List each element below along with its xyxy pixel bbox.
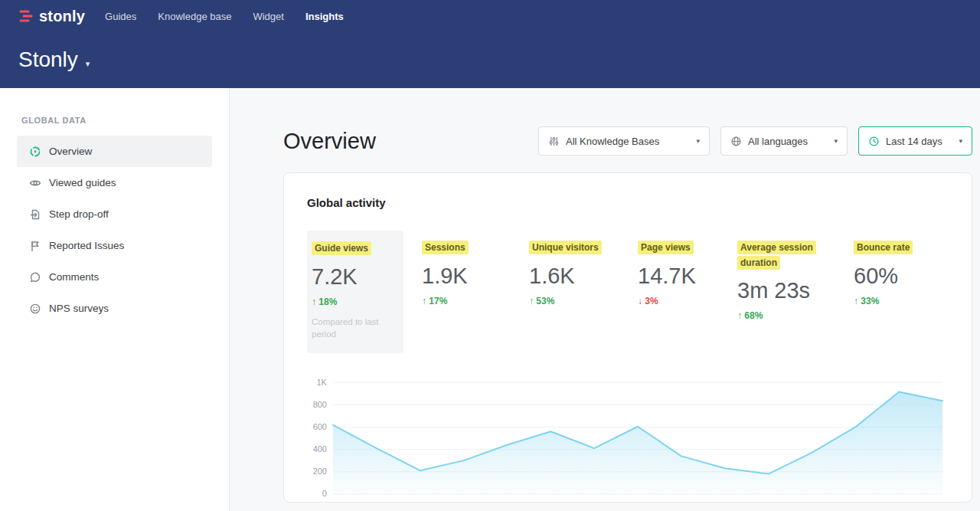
sidebar-item-label: Step drop-off [49,208,109,220]
main-nav: Guides Knowledge base Widget Insights [105,8,344,25]
metric-label: Guide views [312,241,371,255]
logo-text: stonly [39,8,85,25]
flag-icon [29,240,41,252]
page-title: Overview [283,129,376,154]
sidebar-item-viewed-guides[interactable]: Viewed guides [17,167,212,198]
chevron-down-icon: ▾ [959,137,962,145]
eye-icon [29,177,41,189]
metric-page-views[interactable]: Page views 14.7K ↓ 3% [638,231,719,306]
arrow-up-icon: ↑ [312,296,316,307]
main-content: Overview [230,88,980,511]
arrow-up-icon: ↑ [529,296,534,306]
svg-text:400: 400 [313,444,327,454]
nav-item-knowledge-base[interactable]: Knowledge base [158,8,231,25]
metric-label: Bounce rate [854,241,913,254]
metric-delta: ↑ 17% [422,296,511,306]
sidebar-item-nps-surveys[interactable]: NPS surveys [17,293,212,324]
filter-label: All languages [748,136,808,147]
sidebar-item-label: Reported Issues [49,240,124,251]
filter-knowledge-bases[interactable]: All Knowledge Bases ▾ [538,126,710,156]
metric-label: Sessions [422,241,469,254]
workspace-title: Stonly [18,47,78,72]
metric-delta: ↓ 3% [638,296,719,306]
sidebar: GLOBAL DATA Overview Viewed guides [0,88,230,511]
metric-value: 3m 23s [737,278,835,303]
chevron-down-icon: ▾ [696,137,700,145]
metric-delta: ↑ 53% [529,296,619,306]
metric-label: Average session duration [737,241,816,270]
stonly-logo[interactable]: stonly [18,8,85,25]
comment-icon [29,271,41,283]
sliders-icon [548,136,560,147]
metric-delta: ↑ 18% [312,296,396,307]
metric-bounce-rate[interactable]: Bounce rate 60% ↑ 33% [854,231,927,306]
globe-icon [730,136,742,147]
filter-label: All Knowledge Bases [566,136,659,147]
stonly-logo-icon [18,8,34,24]
sidebar-item-label: Viewed guides [49,177,116,188]
step-dropoff-icon [29,208,41,221]
filter-date-range[interactable]: Last 14 days ▾ [858,126,972,156]
sidebar-item-label: Overview [49,146,92,157]
svg-text:0: 0 [322,489,327,498]
sidebar-item-label: Comments [49,271,99,283]
main-header: Overview [283,126,972,156]
card-title: Global activity [307,196,949,209]
metric-unique-visitors[interactable]: Unique visitors 1.6K ↑ 53% [529,231,619,306]
sidebar-item-reported-issues[interactable]: Reported Issues [17,230,212,261]
metric-value: 60% [854,264,927,289]
sidebar-item-overview[interactable]: Overview [17,136,212,167]
filters: All Knowledge Bases ▾ All languages [538,126,972,156]
nav-item-guides[interactable]: Guides [105,8,136,25]
clock-icon [868,136,880,147]
sidebar-item-label: NPS surveys [49,303,109,314]
metrics-row: Guide views 7.2K ↑ 18% Compared to last … [307,231,949,353]
svg-text:200: 200 [313,467,327,476]
metric-guide-views[interactable]: Guide views 7.2K ↑ 18% Compared to last … [307,231,403,353]
arrow-down-icon: ↓ [638,296,642,306]
svg-text:1K: 1K [317,378,328,387]
filter-languages[interactable]: All languages ▾ [720,126,848,156]
smiley-icon [29,303,41,315]
top-header: stonly Guides Knowledge base Widget Insi… [0,0,980,88]
top-nav: stonly Guides Knowledge base Widget Insi… [0,0,980,28]
arrow-up-icon: ↑ [422,296,426,306]
global-activity-card: Global activity Guide views 7.2K ↑ 18% C… [283,172,972,503]
filter-label: Last 14 days [886,136,942,147]
chevron-down-icon: ▾ [834,137,838,145]
svg-text:600: 600 [313,422,327,431]
metric-label: Unique visitors [529,241,602,254]
app-root: stonly Guides Knowledge base Widget Insi… [0,0,980,511]
activity-chart: 02004006008001K5678910111213141516171819 [307,373,949,503]
overview-activity-icon [29,146,41,158]
page-body: GLOBAL DATA Overview Viewed guides [0,88,980,511]
sidebar-item-step-drop-off[interactable]: Step drop-off [17,198,212,230]
metric-value: 1.6K [529,264,619,289]
sidebar-section-label: GLOBAL DATA [21,116,229,125]
workspace-selector[interactable]: Stonly ▾ [0,28,980,72]
svg-text:800: 800 [313,400,327,409]
arrow-up-icon: ↑ [737,310,742,321]
metric-value: 1.9K [422,264,511,289]
chevron-down-icon: ▾ [86,59,90,69]
metric-delta: ↑ 68% [737,310,835,321]
sidebar-item-comments[interactable]: Comments [17,261,212,293]
metric-value: 7.2K [312,264,396,290]
nav-item-widget[interactable]: Widget [253,8,283,25]
metric-delta: ↑ 33% [854,296,927,306]
metric-label: Page views [638,241,694,254]
metric-value: 14.7K [638,264,719,289]
arrow-up-icon: ↑ [854,296,858,306]
metric-sessions[interactable]: Sessions 1.9K ↑ 17% [422,231,511,306]
metric-note: Compared to last period [312,316,396,341]
nav-item-insights[interactable]: Insights [305,8,344,25]
metric-avg-session-duration[interactable]: Average session duration 3m 23s ↑ 68% [737,231,835,321]
